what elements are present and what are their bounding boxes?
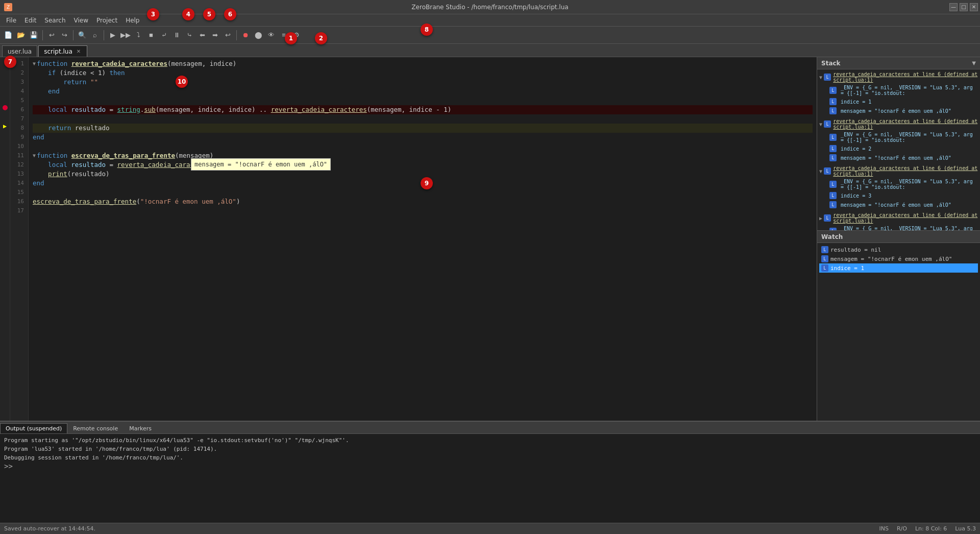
- tab-script-lua[interactable]: script.lua ✕: [38, 45, 87, 57]
- watch-label-3: indice = 1: [830, 265, 864, 272]
- gutter-12: [0, 158, 10, 167]
- close-tab-icon[interactable]: ✕: [76, 48, 82, 54]
- breakpoint-6[interactable]: [3, 105, 8, 110]
- stack-content[interactable]: ▼ L reverta_cadeia_caracteres at line 6 …: [817, 69, 980, 230]
- record-button[interactable]: ⏺: [239, 29, 252, 41]
- stack-sub-icon-2-2: L: [829, 145, 837, 152]
- stack-sub-3-3: L mensagem = "!ocnarF é emon uem ,álO": [817, 200, 980, 209]
- chevron-4: ▶: [819, 215, 824, 221]
- gutter-1: [0, 57, 10, 66]
- stack-item-2[interactable]: ▼ L reverta_cadeia_caracteres at line 6 …: [817, 117, 980, 131]
- nav-toolbar-group: ↩ ↪: [45, 29, 70, 41]
- stop-button[interactable]: ■: [145, 29, 157, 41]
- redo-button[interactable]: ↪: [58, 29, 70, 41]
- stack-sub-1-2: L indice = 1: [817, 97, 980, 106]
- gutter-10: [0, 140, 10, 149]
- save-file-button[interactable]: 💾: [28, 29, 40, 41]
- code-line-13: print(resultado): [33, 169, 813, 179]
- watch-item-3[interactable]: L indice = 1: [819, 263, 978, 273]
- watch-panel: Watch L resultado = nil L mensagem = "!o…: [817, 231, 980, 421]
- pause-button[interactable]: ⏸: [170, 29, 183, 41]
- tab-markers[interactable]: Markers: [124, 423, 157, 433]
- close-button[interactable]: ✕: [970, 3, 978, 11]
- run-button[interactable]: ▶: [107, 29, 119, 41]
- tab-remote-console[interactable]: Remote console: [67, 423, 124, 433]
- editor-area: ▶ 12345 678910 1112131415 1617: [0, 57, 817, 421]
- watch-item-2: L mensagem = "!ocnarF é emon uem ,álO": [819, 254, 978, 263]
- bottom-tabs: Output (suspended) Remote console Marker…: [0, 422, 980, 434]
- step-into-button[interactable]: ⤵: [132, 29, 144, 41]
- code-line-15: [33, 188, 813, 197]
- stack-title: Stack: [821, 60, 841, 67]
- maximize-button[interactable]: □: [960, 3, 968, 11]
- tab-output[interactable]: Output (suspended): [0, 423, 67, 433]
- menu-search[interactable]: Search: [40, 16, 69, 25]
- more-button[interactable]: ⚙: [290, 29, 303, 41]
- line-gutter: ▶: [0, 57, 10, 421]
- gutter-14: [0, 177, 10, 186]
- open-file-button[interactable]: 📂: [15, 29, 27, 41]
- file-toolbar-group: 📄 📂 💾: [2, 29, 40, 41]
- status-right: INS R/O Ln: 8 Col: 6 Lua 5.3: [879, 525, 976, 532]
- code-line-5: [33, 96, 813, 105]
- fold-icon-1[interactable]: ▼: [33, 59, 36, 68]
- gutter-16: [0, 195, 10, 204]
- stack-btn[interactable]: ≡: [278, 29, 290, 41]
- tab-user-lua[interactable]: user.lua: [2, 45, 37, 57]
- stack-sub-icon-1-1: L: [829, 87, 837, 94]
- debug-arrow-8: ▶: [3, 123, 7, 129]
- toolbar: 📄 📂 💾 ↩ ↪ 🔍 ⌕ ▶ ▶▶ ⤵ ■ ⤶ ⏸ ⤷ ⬅ ➡ ↩ ⏺ ⬤ 👁…: [0, 27, 980, 44]
- step-out-button[interactable]: ⤷: [183, 29, 195, 41]
- status-lua-version: Lua 5.3: [955, 525, 976, 532]
- undo-button[interactable]: ↩: [45, 29, 58, 41]
- stack-sub-4-1: L _ENV = {_G = nil, _VERSION = "Lua 5.3"…: [817, 225, 980, 230]
- code-line-16: escreva_de_tras_para_frente("!ocnarF é e…: [33, 197, 813, 206]
- watch-button[interactable]: 👁: [265, 29, 277, 41]
- watch-label-2: mensagem = "!ocnarF é emon uem ,álO": [830, 256, 952, 262]
- stack-panel-arrow[interactable]: ▼: [972, 60, 976, 66]
- stack-group-4: ▶ L reverta_cadeia_caracteres at line 6 …: [817, 210, 980, 230]
- code-container[interactable]: ▶ 12345 678910 1112131415 1617: [0, 57, 817, 421]
- menu-file[interactable]: File: [2, 16, 20, 25]
- gutter-11: [0, 149, 10, 158]
- gutter-15: [0, 186, 10, 195]
- menu-view[interactable]: View: [70, 16, 92, 25]
- code-line-1: ▼ function reverta_cadeia_caracteres(men…: [33, 59, 813, 68]
- stack-group-2: ▼ L reverta_cadeia_caracteres at line 6 …: [817, 116, 980, 163]
- output-prompt-line: >>: [4, 462, 976, 471]
- code-line-8: return resultado: [33, 124, 813, 133]
- code-line-14: end: [33, 179, 813, 188]
- step-back-button[interactable]: ⬅: [196, 29, 208, 41]
- stack-item-4[interactable]: ▶ L reverta_cadeia_caracteres at line 6 …: [817, 211, 980, 225]
- gutter-3: [0, 76, 10, 85]
- menu-project[interactable]: Project: [92, 16, 121, 25]
- stack-item-3[interactable]: ▼ L reverta_cadeia_caracteres at line 6 …: [817, 164, 980, 178]
- stack-item-1[interactable]: ▼ L reverta_cadeia_caracteres at line 6 …: [817, 70, 980, 84]
- main-area: ▶ 12345 678910 1112131415 1617: [0, 57, 980, 421]
- breakpoint-button[interactable]: ⬤: [252, 29, 264, 41]
- gutter-8: ▶: [0, 122, 10, 131]
- fold-icon-11[interactable]: ▼: [33, 151, 36, 160]
- right-panel: Stack ▼ ▼ L reverta_cadeia_caracteres at…: [817, 57, 980, 421]
- chevron-3: ▼: [819, 168, 824, 174]
- stack-sub-3-1: L _ENV = {_G = nil, _VERSION = "Lua 5.3"…: [817, 178, 980, 191]
- step-return-button[interactable]: ↩: [222, 29, 234, 41]
- menu-help[interactable]: Help: [121, 16, 143, 25]
- status-bar: Saved auto-recover at 14:44:54. INS R/O …: [0, 523, 980, 534]
- stack-sub-1-1: L _ENV = {_G = nil, _VERSION = "Lua 5.3"…: [817, 84, 980, 97]
- run-debug-button[interactable]: ▶▶: [119, 29, 132, 41]
- watch-icon-1: L: [821, 246, 828, 253]
- output-prompt: >>: [4, 462, 13, 470]
- minimize-button[interactable]: —: [949, 3, 958, 11]
- gutter-17: [0, 204, 10, 213]
- find-next-button[interactable]: ⌕: [89, 29, 101, 41]
- stack-sub-icon-1-2: L: [829, 98, 837, 105]
- find-button[interactable]: 🔍: [76, 29, 88, 41]
- code-content[interactable]: ▼ function reverta_cadeia_caracteres(men…: [29, 57, 817, 421]
- stack-sub-icon-3-3: L: [829, 201, 837, 208]
- new-file-button[interactable]: 📄: [2, 29, 14, 41]
- step-over-button[interactable]: ⤶: [158, 29, 170, 41]
- step-next-button[interactable]: ➡: [209, 29, 221, 41]
- code-line-2: if (indice < 1) then: [33, 68, 813, 78]
- menu-edit[interactable]: Edit: [20, 16, 40, 25]
